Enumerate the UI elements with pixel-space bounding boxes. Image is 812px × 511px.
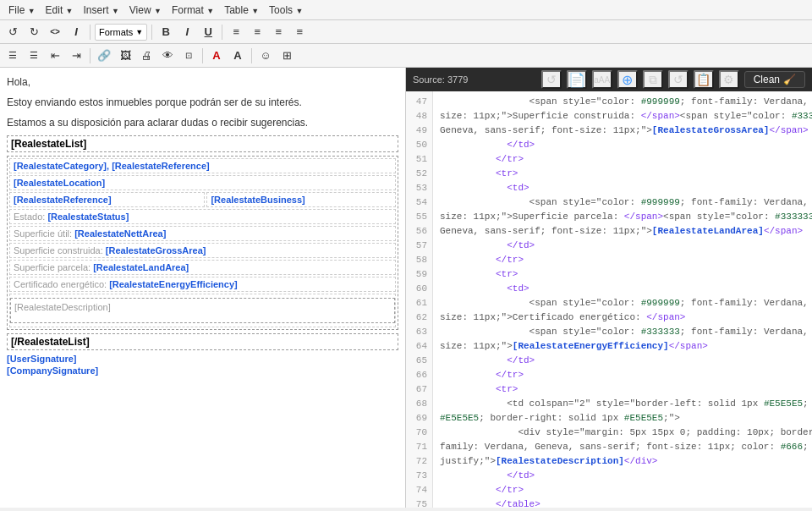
emoji-button[interactable]: ☺ [256,47,275,65]
clean-icon: 🧹 [783,74,796,85]
print-button[interactable]: 🖨 [137,47,156,65]
line-number: 68 [411,397,427,411]
settings-button[interactable]: ⚙ [719,70,739,89]
line-number: 61 [411,296,427,310]
line-number: 49 [411,124,427,138]
line-number: 63 [411,325,427,339]
line-number: 74 [411,483,427,497]
separator [90,25,91,40]
bg-color-button[interactable]: A [228,47,247,65]
line-number: 59 [411,267,427,282]
file-source-button[interactable]: 📄 [567,70,587,89]
redo-button[interactable]: ↻ [25,23,43,41]
italic-button[interactable]: I [67,23,85,41]
indent-more-button[interactable]: ⇥ [67,47,85,65]
line-number: 70 [411,426,427,440]
file-menu[interactable]: File ▼ [3,3,41,18]
company-sig: [CompanySignature] [7,365,398,376]
image-button[interactable]: 🖼 [116,47,134,65]
separator [202,48,203,63]
list-ordered-button[interactable]: ☰ [25,47,43,65]
source-code[interactable]: <span style="color: #999999; font-family… [433,91,812,508]
reference-ref: [RealestateReference] [14,195,112,205]
realstate-table: [RealestateCategory], [RealestateReferen… [7,156,398,330]
body-text-2: Estamos a su disposición para aclarar du… [7,115,398,130]
line-number: 47 [411,95,427,109]
formats-dropdown[interactable]: Formats ▼ [95,24,147,41]
line-number: 51 [411,152,427,167]
layers-button[interactable]: ⧉ [643,70,663,89]
separator [90,48,91,63]
bold-button[interactable]: B [156,23,175,41]
area-parcela-label: Superficie parcela: [14,262,91,272]
location-ref: [RealestateLocation] [14,178,105,188]
line-number: 65 [411,354,427,368]
italic2-button[interactable]: I [178,23,196,41]
line-number: 53 [411,181,427,195]
preview-button[interactable]: 👁 [158,47,177,65]
tools-menu[interactable]: Tools ▼ [264,3,308,18]
line-number: 55 [411,210,427,224]
separator [151,25,152,40]
line-number: 73 [411,469,427,483]
underline-button[interactable]: U [199,23,217,41]
cert-label: Certificado energético: [14,279,107,289]
line-number: 52 [411,167,427,181]
cert-ref: [RealestateEnergyEfficiency] [109,279,238,289]
source-label: Source: 3779 [413,74,468,85]
line-numbers: 4748495051525354555657585960616263646566… [406,91,433,508]
business-ref: [RealestateBusiness] [211,195,304,205]
line-number: 67 [411,382,427,397]
line-number: 69 [411,411,427,426]
insert-menu[interactable]: Insert ▼ [79,3,124,18]
area-util-ref: [RealestateNettArea] [74,228,166,239]
indent-less-button[interactable]: ⇤ [46,47,64,65]
copy-button[interactable]: 📋 [694,70,714,89]
font-color-button[interactable]: A [207,47,226,65]
format-menu[interactable]: Format ▼ [167,3,219,18]
align-left-button[interactable]: ≡ [227,23,245,41]
view-menu[interactable]: View ▼ [124,3,167,18]
status-ref: [RealestateStatus] [47,212,129,222]
status-label: Estado: [14,212,45,222]
clean-button[interactable]: Clean 🧹 [744,71,805,88]
align-justify-button[interactable]: ≡ [290,23,309,41]
align-right-button[interactable]: ≡ [269,23,288,41]
undo-source-button[interactable]: ↺ [541,70,562,89]
source-header: Source: 3779 ↺ 📄 aAA ⊕ ⧉ ↺ 📋 ⚙ Clean 🧹 [406,68,812,91]
plus-button[interactable]: ⊕ [617,70,638,89]
list-unordered-button[interactable]: ☰ [3,47,22,65]
line-number: 48 [411,109,427,124]
list-tag-block: [RealestateList] [7,135,398,152]
greeting-text: Hola, [7,74,398,90]
line-number: 72 [411,454,427,469]
line-number: 56 [411,224,427,239]
line-number: 71 [411,440,427,454]
area-const-label: Superficie construida: [14,245,103,256]
list-end-tag-block: [/RealestateList] [7,333,398,350]
separator [222,25,222,40]
line-number: 64 [411,339,427,354]
line-number: 50 [411,138,427,152]
line-number: 58 [411,253,427,267]
table-menu[interactable]: Table ▼ [219,3,264,18]
undo-button[interactable]: ↺ [3,23,22,41]
source-pane: Source: 3779 ↺ 📄 aAA ⊕ ⧉ ↺ 📋 ⚙ Clean 🧹 4… [406,68,812,508]
link-button[interactable]: 🔗 [95,47,113,65]
desc-ref: [RealestateDescription] [10,298,395,323]
align-center-button[interactable]: ≡ [248,23,266,41]
aaa-button[interactable]: aAA [592,70,612,89]
refresh-button[interactable]: ↺ [668,70,689,89]
list-tag: [RealestateList] [11,138,86,150]
edit-menu[interactable]: Edit ▼ [41,3,79,18]
line-number: 75 [411,497,427,508]
area-util-label: Superficie útil: [14,228,72,239]
source-button[interactable]: <> [46,23,64,41]
user-sig: [UserSignature] [7,354,398,364]
embed-button[interactable]: ⊡ [179,47,198,65]
body-text-1: Estoy enviando estos inmuebles porque po… [7,95,398,110]
category-ref: [RealestateCategory], [RealestateReferen… [14,161,210,171]
table-insert-button[interactable]: ⊞ [277,47,296,65]
area-parcela-ref: [RealestateLandArea] [93,262,189,272]
clean-label: Clean [754,74,780,85]
